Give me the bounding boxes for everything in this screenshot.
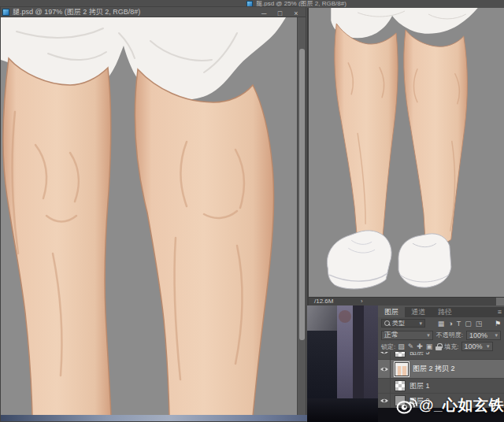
eye-icon: [380, 398, 389, 404]
weibo-logo-icon: [396, 394, 417, 417]
lock-icons: ▨ ✎ ✚ ▣: [398, 342, 442, 350]
lock-paint-icon[interactable]: ✎: [408, 342, 414, 350]
layer-name[interactable]: 图层 1: [410, 381, 430, 391]
reference-photo: [307, 305, 378, 422]
chevron-down-icon: ▾: [419, 320, 422, 327]
chevron-down-icon: ▾: [495, 332, 498, 339]
horizontal-bottom-bar[interactable]: [1, 415, 307, 421]
shape-filter-icon[interactable]: ▢: [465, 320, 472, 328]
photo-doorway: [307, 331, 339, 403]
lock-label: 锁定:: [381, 342, 395, 351]
photoshop-workspace: 腿.psd @ 25% (图层 2, RGB/8#): [0, 0, 504, 422]
layer-visibility-toggle[interactable]: [378, 352, 391, 359]
lock-transparent-icon[interactable]: ▨: [398, 342, 405, 350]
tab-paths[interactable]: 路径: [432, 307, 458, 317]
photo-floor: [307, 398, 378, 422]
chevron-down-icon: ▾: [487, 343, 490, 350]
layer-filter-field[interactable]: 类型 ▾: [381, 319, 425, 328]
opacity-value: 100%: [469, 331, 487, 339]
document-status-bar[interactable]: /12.6M ›: [309, 297, 504, 305]
smart-object-filter-icon[interactable]: ◳: [476, 320, 483, 328]
watermark-text: @_心如玄铁: [419, 395, 504, 416]
filter-kind-icons: ▦ ◑ T ▢ ◳: [428, 320, 491, 328]
blend-mode-row: 正常 ▾ 不透明度: 100% ▾: [378, 329, 504, 341]
left-window-titlebar[interactable]: 腿.psd @ 197% (图层 2 拷贝 2, RGB/8#) ─ □ ×: [1, 7, 306, 17]
fill-select[interactable]: 100% ▾: [461, 342, 493, 351]
layer-visibility-toggle[interactable]: [378, 360, 391, 378]
layer-row[interactable]: 图层 5: [378, 352, 504, 360]
status-corner: [496, 298, 504, 305]
lock-artboard-icon[interactable]: ▣: [426, 342, 433, 350]
watermark: @_心如玄铁: [396, 391, 504, 420]
full-view-artwork: [310, 8, 504, 297]
tab-layers[interactable]: 图层: [378, 307, 405, 317]
photo-highlight: [339, 310, 351, 323]
layer-visibility-toggle[interactable]: [378, 379, 391, 393]
filter-pin-icon[interactable]: ⚑: [495, 320, 501, 328]
pixel-filter-icon[interactable]: ▦: [438, 320, 445, 328]
blend-mode-select[interactable]: 正常 ▾: [381, 331, 433, 340]
blend-mode-value: 正常: [384, 330, 398, 340]
scrollbar-thumb[interactable]: [299, 49, 305, 340]
search-icon: [384, 320, 390, 326]
adjustment-filter-icon[interactable]: ◑: [448, 320, 452, 328]
eye-icon: [380, 352, 389, 355]
layer-visibility-toggle[interactable]: [378, 394, 391, 408]
opacity-select[interactable]: 100% ▾: [466, 331, 501, 340]
layer-name[interactable]: 图层 5: [410, 352, 430, 357]
opacity-label: 不透明度:: [436, 331, 463, 339]
layer-filter-row: 类型 ▾ ▦ ◑ T ▢ ◳ ⚑: [378, 317, 504, 329]
left-document-window[interactable]: 腿.psd @ 197% (图层 2 拷贝 2, RGB/8#) ─ □ ×: [0, 6, 306, 422]
lock-move-icon[interactable]: ✚: [417, 342, 423, 350]
fill-label: 填充:: [444, 342, 458, 351]
left-window-title: 腿.psd @ 197% (图层 2 拷贝 2, RGB/8#): [13, 7, 140, 17]
layer-row[interactable]: 图层 2 拷贝 2: [378, 360, 504, 379]
panel-tab-bar: 图层 通道 路径 ≡: [378, 307, 504, 317]
lock-row: 锁定: ▨ ✎ ✚ ▣ 填充: 100% ▾: [378, 341, 504, 352]
vertical-scrollbar[interactable]: [297, 17, 306, 416]
tab-channels[interactable]: 通道: [405, 307, 432, 317]
right-document-window[interactable]: /12.6M ›: [307, 8, 504, 305]
document-icon: [2, 9, 9, 16]
document-size-readout: /12.6M: [314, 298, 333, 305]
filter-kind-label: 类型: [392, 319, 417, 328]
layer-thumbnail[interactable]: [395, 380, 406, 391]
fill-value: 100%: [465, 342, 483, 350]
type-filter-icon[interactable]: T: [457, 320, 461, 328]
status-arrow-icon[interactable]: ›: [361, 298, 363, 305]
layer-name[interactable]: 图层 2 拷贝 2: [413, 364, 455, 374]
lock-all-icon[interactable]: [435, 343, 442, 350]
window-controls: ─ □ ×: [258, 7, 302, 17]
chevron-down-icon: ▾: [427, 332, 430, 339]
panel-menu-icon[interactable]: ≡: [498, 307, 502, 317]
eye-icon: [380, 366, 389, 372]
zoomed-artwork: [1, 17, 298, 416]
layer-thumbnail[interactable]: [395, 362, 409, 376]
layer-thumbnail[interactable]: [395, 352, 406, 357]
